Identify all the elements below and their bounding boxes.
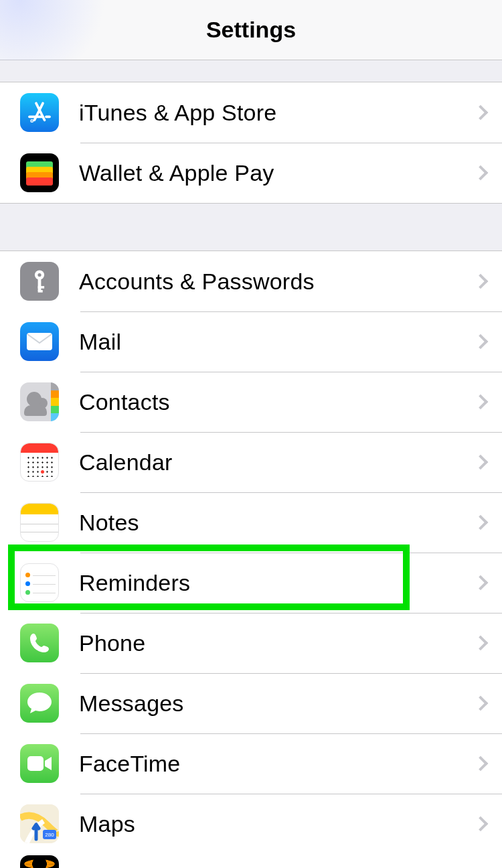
row-label: Messages [79,691,475,717]
facetime-icon [20,744,59,783]
svg-text:280: 280 [45,832,54,838]
row-facetime[interactable]: FaceTime [0,733,502,794]
chevron-right-icon [473,394,489,410]
row-calendar[interactable]: Calendar [0,432,502,492]
row-partial-next[interactable] [0,854,502,868]
messages-icon [20,684,59,723]
row-maps[interactable]: 280 Maps [0,794,502,854]
row-label: Reminders [79,570,475,596]
row-label: Mail [79,329,475,355]
svg-rect-9 [38,290,43,293]
svg-rect-11 [27,756,44,771]
svg-point-4 [31,121,32,121]
row-wallet-apple-pay[interactable]: Wallet & Apple Pay [0,143,502,203]
chevron-right-icon [473,274,489,289]
page-title: Settings [206,17,296,43]
calendar-icon [20,443,59,482]
settings-group-apps: Accounts & Passwords Mail Contacts Calen… [0,250,502,868]
chevron-right-icon [473,575,489,591]
section-gap [0,204,502,250]
chevron-right-icon [473,636,489,651]
mail-icon [20,322,59,361]
row-label: Notes [79,510,475,536]
chevron-right-icon [473,455,489,470]
header-bar: Settings [0,0,502,60]
chevron-right-icon [473,334,489,350]
chevron-right-icon [473,165,489,181]
chevron-right-icon [473,756,489,772]
row-reminders[interactable]: Reminders [0,553,502,613]
row-mail[interactable]: Mail [0,311,502,372]
chevron-right-icon [473,105,489,121]
row-accounts-passwords[interactable]: Accounts & Passwords [0,251,502,311]
row-label: Wallet & Apple Pay [79,160,475,186]
row-label: Contacts [79,389,475,415]
row-label: Phone [79,630,475,656]
svg-rect-8 [38,286,45,289]
row-messages[interactable]: Messages [0,673,502,733]
app-store-icon [20,93,59,132]
maps-icon: 280 [20,804,59,843]
svg-rect-10 [27,333,52,350]
row-label: Calendar [79,449,475,476]
row-label: Accounts & Passwords [79,269,475,295]
svg-rect-7 [38,278,41,291]
key-icon [20,262,59,301]
row-itunes-app-store[interactable]: iTunes & App Store [0,82,502,143]
row-phone[interactable]: Phone [0,613,502,673]
row-label: iTunes & App Store [79,100,475,126]
settings-group-store: iTunes & App Store Wallet & Apple Pay [0,82,502,204]
wallet-icon [20,153,59,192]
row-notes[interactable]: Notes [0,492,502,553]
svg-point-6 [37,273,41,277]
chevron-right-icon [473,696,489,711]
row-label: Maps [79,811,475,837]
reminders-icon [20,563,59,602]
chevron-right-icon [473,816,489,832]
notes-icon [20,503,59,542]
row-contacts[interactable]: Contacts [0,372,502,432]
chevron-right-icon [473,515,489,530]
partial-icon [20,855,59,868]
phone-icon [20,624,59,662]
contacts-icon [20,382,59,421]
row-label: FaceTime [79,751,475,777]
section-gap [0,60,502,82]
